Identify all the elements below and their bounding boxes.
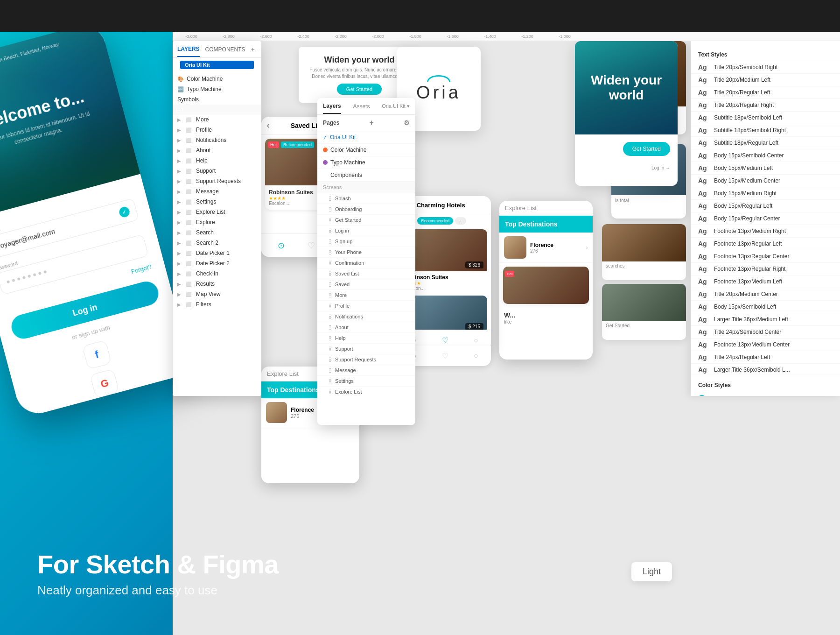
- layer-typo-label: Typo Machine: [187, 86, 222, 92]
- typo-footnote-13-medium-right: Ag Footnote 13px/Medium Right: [691, 225, 840, 238]
- recommended-filter[interactable]: Recommended: [417, 217, 453, 225]
- layer-frame-icon3: ⬜: [186, 138, 191, 143]
- layer-message[interactable]: ▶ ⬜ Message: [173, 186, 261, 197]
- layer-search[interactable]: ▶ ⬜ Search: [173, 227, 261, 238]
- layer-support-requests[interactable]: ▶ ⬜ Support Requests: [173, 176, 261, 186]
- charming-bottom-person[interactable]: ○: [474, 352, 478, 360]
- screen-message[interactable]: ⣿ Message: [317, 365, 415, 376]
- explore-right-item-1[interactable]: Florence 276 ›: [499, 233, 593, 263]
- explore-hotel-card[interactable]: Hot: [503, 267, 589, 304]
- oria-ui-kit-tab[interactable]: Oria UI Kit ▾: [382, 103, 410, 109]
- layer-frame-icon10: ⬜: [186, 210, 191, 215]
- get-started-img: Widen yourworld: [575, 41, 678, 134]
- screen-notifications[interactable]: ⣿ Notifications: [317, 311, 415, 322]
- other-filter[interactable]: ···: [455, 217, 466, 225]
- screen-confirmation[interactable]: ⣿ Confirmation: [317, 258, 415, 268]
- screen-about[interactable]: ⣿ About: [317, 322, 415, 333]
- layers-tab-center[interactable]: Layers: [323, 99, 341, 114]
- typo-body-15-regular-left: Ag Body 15px/Regular Left: [691, 200, 840, 212]
- screen-support[interactable]: ⣿ Support: [317, 344, 415, 354]
- screen-get-started-label: Get Started: [335, 217, 361, 223]
- search-layer-icon[interactable]: ⚙: [260, 46, 261, 53]
- screen-profile[interactable]: ⣿ Profile: [317, 301, 415, 311]
- screen-saved[interactable]: ⣿ Saved: [317, 279, 415, 290]
- page-typo-machine[interactable]: Typo Machine: [317, 156, 415, 169]
- layer-filters[interactable]: ▶ ⬜ Filters: [173, 299, 261, 310]
- charming-price-2: $ 215: [465, 323, 483, 330]
- layer-frame-icon14: ⬜: [186, 251, 191, 256]
- color-styles-section: Color Styles Primary Secondary White Dar…: [691, 376, 840, 396]
- layer-support[interactable]: ▶ ⬜ Support: [173, 166, 261, 176]
- screen-splash[interactable]: ⣿ Splash: [317, 193, 415, 204]
- ruler-mark-11: -1.000: [546, 34, 583, 39]
- screen-support-requests[interactable]: ⣿ Support Requests: [317, 354, 415, 365]
- layer-date-picker1[interactable]: ▶ ⬜ Date Picker 1: [173, 248, 261, 258]
- page-components[interactable]: Components: [317, 169, 415, 182]
- layer-search2[interactable]: ▶ ⬜ Search 2: [173, 238, 261, 248]
- screen-sign-up[interactable]: ⣿ Sign up: [317, 236, 415, 247]
- page-oria-ui-kit[interactable]: ✓ Oria UI Kit: [317, 131, 415, 144]
- tab-home-icon[interactable]: ⊙: [278, 240, 285, 251]
- screen-onboarding[interactable]: ⣿ Onboarding: [317, 204, 415, 215]
- add-layer-icon[interactable]: +: [251, 46, 255, 53]
- tab-heart-icon[interactable]: ♡: [308, 240, 315, 251]
- layer-frame-icon19: ⬜: [186, 302, 191, 307]
- preview-card-2-body: la total: [611, 195, 686, 206]
- layer-explore-list[interactable]: ▶ ⬜ Explore List: [173, 207, 261, 217]
- charming-tab-heart[interactable]: ♡: [442, 336, 448, 345]
- layer-date-picker2[interactable]: ▶ ⬜ Date Picker 2: [173, 258, 261, 268]
- charming-tab-person[interactable]: ○: [474, 336, 478, 345]
- screen-get-started[interactable]: ⣿ Get Started: [317, 215, 415, 226]
- ruler-mark-2: -2.800: [210, 34, 247, 39]
- get-started-right-card: Widen yourworld Get Started Log in →: [575, 41, 678, 186]
- center-layers-panel: Layers Assets Oria UI Kit ▾ Pages + ⚙ ✓ …: [317, 98, 415, 425]
- assets-tab-center[interactable]: Assets: [353, 99, 370, 113]
- screen-log-in[interactable]: ⣿ Log in: [317, 226, 415, 236]
- layer-help[interactable]: ▶ ⬜ Help: [173, 155, 261, 166]
- layer-typo-machine[interactable]: 🔤 Typo Machine: [173, 84, 261, 94]
- layer-frame-icon6: ⬜: [186, 169, 191, 174]
- layer-notifications[interactable]: ▶ ⬜ Notifications: [173, 135, 261, 145]
- screen-your-phone[interactable]: ⣿ Your Phone: [317, 247, 415, 258]
- explore-right-arrow: ›: [586, 244, 588, 251]
- screen-settings[interactable]: ⣿ Settings: [317, 376, 415, 387]
- layer-map-view[interactable]: ▶ ⬜ Map View: [173, 289, 261, 299]
- screen-saved-list[interactable]: ⣿ Saved List: [317, 268, 415, 279]
- layer-settings[interactable]: ▶ ⬜ Settings: [173, 197, 261, 207]
- screen-help[interactable]: ⣿ Help: [317, 333, 415, 344]
- charming-hotel-name-1: Robinson Suites: [404, 274, 484, 281]
- layer-frame-icon4: ⬜: [186, 148, 191, 153]
- layers-selected-item[interactable]: Oria UI Kit: [180, 61, 254, 69]
- layer-explore[interactable]: ▶ ⬜ Explore: [173, 217, 261, 227]
- layer-more[interactable]: ▶ ⬜ More: [173, 114, 261, 125]
- screen-more[interactable]: ⣿ More: [317, 290, 415, 301]
- explore-right-num-1: 276: [530, 248, 553, 254]
- add-page-icon[interactable]: +: [370, 119, 374, 127]
- charming-bottom-heart[interactable]: ♡: [442, 352, 448, 360]
- layers-scroll[interactable]: ▶ ⬜ More ▶ ⬜ Profile ▶ ⬜ Notifications ▶…: [173, 114, 261, 396]
- get-started-btn[interactable]: Get Started: [623, 142, 670, 156]
- explore-widen-text: W...: [504, 311, 588, 319]
- settings-icon[interactable]: ⚙: [404, 119, 410, 127]
- layer-about[interactable]: ▶ ⬜ About: [173, 145, 261, 155]
- layer-symbols[interactable]: Symbols: [173, 94, 261, 105]
- screens-scroll[interactable]: ⣿ Splash ⣿ Onboarding ⣿ Get Started ⣿ Lo…: [317, 193, 415, 394]
- get-started-button[interactable]: Get Started: [337, 84, 382, 95]
- main-subtitle: Neatly organized and easy to use: [37, 583, 279, 598]
- hotel-back-icon[interactable]: ‹: [267, 121, 269, 130]
- florence-name: Florence: [291, 407, 314, 413]
- layer-checkin[interactable]: ▶ ⬜ Check-In: [173, 268, 261, 279]
- page-color-machine[interactable]: Color Machine: [317, 144, 415, 156]
- layer-profile[interactable]: ▶ ⬜ Profile: [173, 125, 261, 135]
- facebook-button[interactable]: f: [82, 340, 112, 370]
- components-tab[interactable]: COMPONENTS: [205, 42, 245, 56]
- screen-explore-list[interactable]: ⣿ Explore List: [317, 387, 415, 394]
- typo-body-15-medium-center: Ag Body 15px/Medium Center: [691, 175, 840, 187]
- layer-results[interactable]: ▶ ⬜ Results: [173, 279, 261, 289]
- color-styles-title: Color Styles: [698, 382, 833, 388]
- layer-color-machine[interactable]: 🎨 Color Machine: [173, 74, 261, 84]
- figma-toolbar: [0, 0, 840, 32]
- typo-larger-title-36-medium-left: Ag Larger Title 36px/Medium Left: [691, 313, 840, 326]
- ruler-mark-5: -2.200: [322, 34, 359, 39]
- layers-tab[interactable]: LAYERS: [177, 42, 200, 57]
